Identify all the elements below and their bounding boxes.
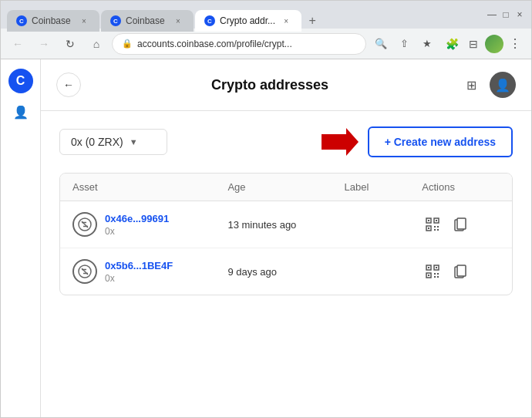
svg-rect-28 xyxy=(437,273,439,275)
address-2[interactable]: 0x5b6...1BE4F xyxy=(105,260,173,271)
tab-3[interactable]: C Crypto addr... × xyxy=(195,10,301,32)
home-button[interactable]: ⌂ xyxy=(86,33,107,55)
svg-rect-27 xyxy=(434,273,436,275)
menu-icon[interactable]: ⋮ xyxy=(505,34,525,54)
svg-rect-14 xyxy=(437,229,439,231)
svg-rect-30 xyxy=(437,276,439,278)
url-text: accounts.coinbase.com/profile/crypt... xyxy=(137,39,356,49)
window-controls: — □ × xyxy=(487,9,525,20)
svg-rect-12 xyxy=(437,226,439,228)
svg-rect-24 xyxy=(436,267,437,268)
svg-marker-0 xyxy=(322,128,359,156)
svg-rect-16 xyxy=(457,218,466,229)
asset-cell-1: 0x46e...99691 0x xyxy=(72,212,227,237)
svg-rect-8 xyxy=(436,220,437,221)
svg-rect-26 xyxy=(428,275,429,276)
bookmark-icon[interactable]: ★ xyxy=(417,34,437,54)
col-asset: Asset xyxy=(72,181,227,193)
page: C 👤 ← Crypto addresses ⊞ 👤 xyxy=(1,59,531,417)
col-age: Age xyxy=(227,181,344,193)
asset-cell-2: 0x5b6...1BE4F 0x xyxy=(72,259,227,284)
tab-3-close[interactable]: × xyxy=(280,15,292,27)
main-content: ← Crypto addresses ⊞ 👤 0x (0 ZRX) ▼ xyxy=(41,59,531,417)
title-bar: C Coinbase × C Coinbase × C Crypto addr.… xyxy=(1,1,531,29)
lock-icon: 🔒 xyxy=(122,39,133,49)
forward-nav-button[interactable]: → xyxy=(33,33,55,55)
reload-button[interactable]: ↻ xyxy=(59,33,81,55)
controls-row: 0x (0 ZRX) ▼ + Create new address xyxy=(59,126,513,157)
maximize-button[interactable]: □ xyxy=(500,9,511,20)
asset-icon-2 xyxy=(72,259,97,284)
share-icon[interactable]: ⇧ xyxy=(394,34,414,54)
svg-rect-29 xyxy=(434,276,436,278)
sidebar: C 👤 xyxy=(1,59,41,417)
qr-code-icon-1[interactable] xyxy=(422,214,443,235)
browser-profile-avatar[interactable] xyxy=(485,35,503,53)
tab-1-close[interactable]: × xyxy=(78,15,90,27)
col-actions: Actions xyxy=(422,181,500,193)
arrow-create-group: + Create new address xyxy=(322,126,513,157)
browser-frame: C Coinbase × C Coinbase × C Crypto addr.… xyxy=(0,0,532,418)
action-icons-1 xyxy=(422,214,500,235)
age-1: 13 minutes ago xyxy=(227,219,344,231)
address-actions: 🔍 ⇧ ★ xyxy=(371,34,437,54)
tab-1[interactable]: C Coinbase × xyxy=(7,10,99,32)
page-header: ← Crypto addresses ⊞ 👤 xyxy=(41,59,531,111)
asset-sub-2: 0x xyxy=(105,273,173,284)
tab-2[interactable]: C Coinbase × xyxy=(101,10,194,32)
svg-rect-22 xyxy=(428,267,429,268)
table-header: Asset Age Label Actions xyxy=(60,174,512,201)
action-icons-2 xyxy=(422,261,500,282)
qr-svg-1 xyxy=(426,217,439,231)
dropdown-value: 0x (0 ZRX) xyxy=(71,136,123,148)
age-2: 9 days ago xyxy=(227,266,344,278)
svg-rect-10 xyxy=(428,228,429,229)
zrx-icon-2 xyxy=(78,265,92,278)
qr-svg-2 xyxy=(426,265,439,278)
tab-1-label: Coinbase xyxy=(32,15,73,26)
puzzle-icon[interactable]: 🧩 xyxy=(442,34,462,54)
new-tab-button[interactable]: + xyxy=(303,12,322,30)
copy-svg-1 xyxy=(454,217,466,231)
minimize-button[interactable]: — xyxy=(487,9,497,20)
tab-2-label: Coinbase xyxy=(126,15,167,26)
col-label: Label xyxy=(345,181,423,193)
tab-2-close[interactable]: × xyxy=(172,15,184,27)
copy-svg-2 xyxy=(454,265,466,278)
asset-icon-1 xyxy=(72,212,97,237)
svg-rect-32 xyxy=(457,265,466,276)
grid-view-icon[interactable]: ⊞ xyxy=(459,72,483,97)
header-actions: ⊞ 👤 xyxy=(459,72,516,98)
red-arrow-indicator xyxy=(322,128,359,156)
copy-icon-2[interactable] xyxy=(450,261,471,282)
back-arrow-icon: ← xyxy=(63,79,74,91)
copy-icon-1[interactable] xyxy=(450,214,471,235)
page-title: Crypto addresses xyxy=(81,77,459,93)
coinbase-logo[interactable]: C xyxy=(8,69,33,93)
qr-code-icon-2[interactable] xyxy=(422,261,443,282)
asset-dropdown[interactable]: 0x (0 ZRX) ▼ xyxy=(59,129,167,155)
content-area: 0x (0 ZRX) ▼ + Create new address xyxy=(41,111,531,417)
sidebar-user-icon[interactable]: 👤 xyxy=(8,99,33,124)
search-icon[interactable]: 🔍 xyxy=(371,34,391,54)
user-avatar-icon: 👤 xyxy=(495,78,510,93)
asset-info-1: 0x46e...99691 0x xyxy=(105,213,169,237)
tab-bar: C Coinbase × C Coinbase × C Crypto addr.… xyxy=(7,1,477,29)
url-bar[interactable]: 🔒 accounts.coinbase.com/profile/crypt... xyxy=(112,33,366,55)
back-nav-button[interactable]: ← xyxy=(7,33,29,55)
tab-1-favicon: C xyxy=(16,15,27,26)
svg-rect-13 xyxy=(434,229,436,231)
table-row: 0x46e...99691 0x 13 minutes ago xyxy=(60,201,512,248)
close-button[interactable]: × xyxy=(514,9,525,20)
create-new-address-button[interactable]: + Create new address xyxy=(368,126,513,157)
svg-rect-6 xyxy=(428,220,429,221)
user-avatar[interactable]: 👤 xyxy=(490,72,516,98)
back-button[interactable]: ← xyxy=(56,72,81,97)
red-arrow-icon xyxy=(322,128,359,156)
asset-info-2: 0x5b6...1BE4F 0x xyxy=(105,260,173,284)
tab-2-favicon: C xyxy=(110,15,121,26)
sidebar-toggle-icon[interactable]: ⊟ xyxy=(463,34,483,54)
zrx-icon xyxy=(78,217,92,231)
create-button-label: + Create new address xyxy=(385,136,496,148)
address-1[interactable]: 0x46e...99691 xyxy=(105,213,169,224)
